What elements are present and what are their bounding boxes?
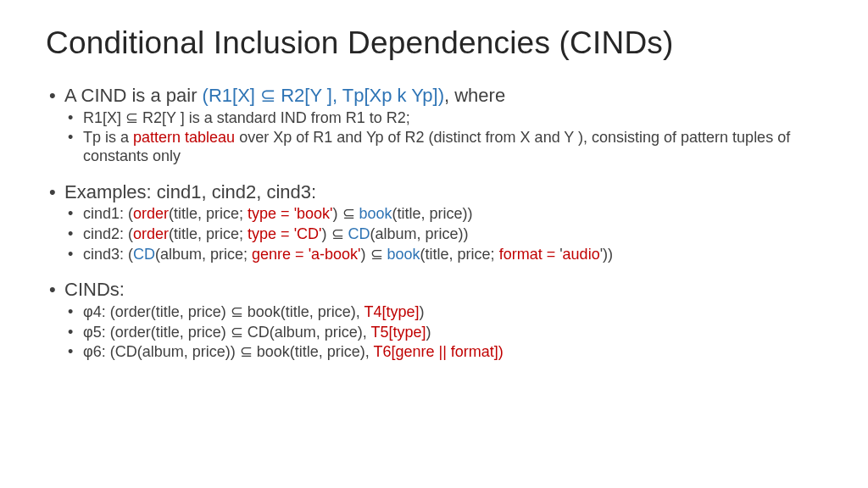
text: (title, price; — [169, 205, 248, 222]
slide-title: Conditional Inclusion Dependencies (CIND… — [46, 25, 822, 61]
cind-phi4: φ4: (order(title, price) ⊆ book(title, p… — [64, 303, 822, 322]
rel: CD — [348, 225, 370, 242]
text: ) ⊆ — [322, 225, 348, 242]
bullet-examples: Examples: cind1, cind2, cind3: cind1: (o… — [46, 181, 822, 264]
text: (album, price; — [155, 246, 252, 263]
cond: type = 'CD' — [248, 225, 321, 242]
text: ) ⊆ — [333, 205, 359, 222]
rel: order — [133, 205, 169, 222]
text: ) — [419, 303, 424, 320]
text: A CIND is a pair — [64, 85, 203, 106]
sub-item: R1[X] ⊆ R2[Y ] is a standard IND from R1… — [64, 109, 822, 128]
bullet-list: A CIND is a pair (R1[X] ⊆ R2[Y ], Tp[Xp … — [46, 85, 822, 362]
cind-phi5: φ5: (order(title, price) ⊆ CD(album, pri… — [64, 324, 822, 342]
cond: genre = 'a-book' — [252, 246, 360, 263]
tableau: T4[type] — [364, 303, 419, 320]
text: , where — [444, 85, 505, 106]
rel: CD — [133, 246, 155, 263]
sub-item: Tp is a pattern tableau over Xp of R1 an… — [64, 129, 822, 165]
text: (title, price; — [169, 225, 248, 242]
sub-list: R1[X] ⊆ R2[Y ] is a standard IND from R1… — [64, 109, 822, 166]
cind-pair: (R1[X] ⊆ R2[Y ], Tp[Xp k Yp]) — [203, 85, 444, 106]
rel: book — [387, 246, 420, 263]
text: CINDs: — [64, 279, 125, 300]
example-cind1: cind1: (order(title, price; type = 'book… — [64, 205, 822, 224]
text: Examples: cind1, cind2, cind3: — [64, 181, 316, 202]
bullet-definition: A CIND is a pair (R1[X] ⊆ R2[Y ], Tp[Xp … — [46, 85, 822, 166]
example-cind3: cind3: (CD(album, price; genre = 'a-book… — [64, 246, 822, 264]
text: cind1: ( — [83, 205, 133, 222]
sub-list: cind1: (order(title, price; type = 'book… — [64, 205, 822, 263]
term-pattern-tableau: pattern tableau — [133, 129, 235, 146]
text: φ5: (order(title, price) ⊆ CD(album, pri… — [83, 324, 370, 341]
text: ) — [426, 324, 431, 341]
sub-list: φ4: (order(title, price) ⊆ book(title, p… — [64, 303, 822, 362]
tableau: T6[genre || format]) — [373, 343, 503, 360]
text: φ6: (CD(album, price)) ⊆ book(title, pri… — [83, 343, 373, 360]
text: (title, price; — [420, 246, 499, 263]
text: Tp is a — [83, 129, 133, 146]
text: φ4: (order(title, price) ⊆ book(title, p… — [83, 303, 364, 320]
cond: type = 'book' — [248, 205, 332, 222]
rel: order — [133, 225, 169, 242]
cond: format = — [499, 246, 560, 263]
cond: audio — [563, 246, 600, 263]
example-cind2: cind2: (order(title, price; type = 'CD')… — [64, 225, 822, 244]
text: ) ⊆ — [361, 246, 387, 263]
cind-phi6: φ6: (CD(album, price)) ⊆ book(title, pri… — [64, 343, 822, 362]
text: (title, price)) — [392, 205, 473, 222]
bullet-cinds: CINDs: φ4: (order(title, price) ⊆ book(t… — [46, 279, 822, 362]
text: cind3: ( — [83, 246, 133, 263]
slide: Conditional Inclusion Dependencies (CIND… — [0, 0, 868, 488]
text: (album, price)) — [370, 225, 469, 242]
rel: book — [359, 205, 392, 222]
text: )) — [603, 246, 613, 263]
tableau: T5[type] — [370, 324, 426, 341]
text: cind2: ( — [83, 225, 133, 242]
